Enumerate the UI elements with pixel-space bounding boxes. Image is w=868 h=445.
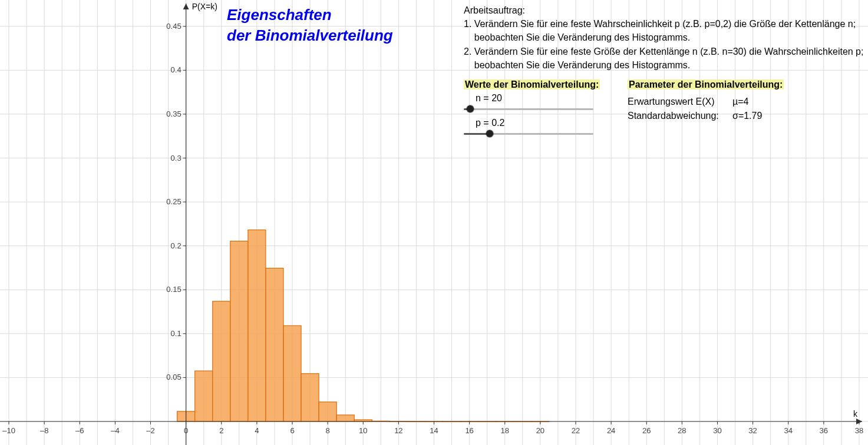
slider-n-thumb[interactable] <box>467 105 474 112</box>
title-line-2: der Binomialverteilung <box>227 26 393 44</box>
param-ev-value: µ=4 <box>732 97 748 107</box>
assignment-item-2b: beobachten Sie die Veränderung des Histo… <box>464 58 868 72</box>
slider-p-label: p = 0.2 <box>476 118 593 128</box>
x-tick-label: 0 <box>184 426 188 435</box>
x-tick-label: 10 <box>359 426 367 435</box>
slider-n[interactable]: n = 20 <box>464 93 593 113</box>
y-tick-label: 0.1 <box>171 329 181 338</box>
x-tick-label: 38 <box>855 426 863 435</box>
x-tick-label: –4 <box>111 426 119 435</box>
y-tick-label: 0.2 <box>171 241 181 250</box>
x-tick-label: 22 <box>572 426 580 435</box>
title-line-1: Eigenschaften <box>227 6 332 24</box>
x-tick-label: 30 <box>713 426 721 435</box>
param-sd-label: Standardabweichung: <box>628 111 722 121</box>
param-ev-label: Erwartungswert E(X) <box>628 97 722 107</box>
bar-k-1 <box>195 371 213 421</box>
bar-k-7 <box>301 374 319 421</box>
x-tick-label: –8 <box>40 426 48 435</box>
bar-k-8 <box>319 402 336 421</box>
assignment-header: Arbeitsauftrag: <box>464 4 868 17</box>
x-tick-label: 14 <box>430 426 438 435</box>
assignment-block: Arbeitsauftrag: 1. Verändern Sie für ein… <box>464 4 868 72</box>
x-axis-label: k <box>853 409 858 419</box>
y-tick-label: 0.35 <box>166 109 181 118</box>
y-tick-label: 0.3 <box>171 154 181 162</box>
bar-k-4 <box>248 230 266 421</box>
param-sd-value: σ=1.79 <box>732 111 762 121</box>
slider-p-thumb[interactable] <box>486 130 493 137</box>
values-section: Werte der Binomialverteilung: <box>464 78 600 91</box>
bar-k-6 <box>283 326 301 421</box>
y-tick-label: 0.25 <box>166 197 181 206</box>
x-tick-label: 20 <box>536 426 544 435</box>
params-section: Parameter der Binomialverteilung: <box>628 78 784 91</box>
x-tick-label: 2 <box>219 426 223 435</box>
x-tick-label: –2 <box>146 426 154 435</box>
x-tick-label: 34 <box>784 426 792 435</box>
x-tick-label: 16 <box>465 426 473 435</box>
y-ticks: 0.050.10.150.20.250.30.350.40.45 <box>166 22 186 382</box>
x-tick-label: 24 <box>607 426 615 435</box>
chart-title: Eigenschaften der Binomialverteilung <box>227 5 393 46</box>
slider-p-track[interactable] <box>464 129 593 138</box>
x-ticks: –10–8–6–4–202468101214161820222426283032… <box>2 421 863 435</box>
assignment-item-1b: beobachten Sie die Veränderung des Histo… <box>464 31 868 44</box>
y-tick-label: 0.4 <box>171 65 181 74</box>
x-tick-label: 32 <box>748 426 757 435</box>
y-tick-label: 0.05 <box>166 373 181 381</box>
assignment-item-1a: 1. Verändern Sie für eine feste Wahrsche… <box>464 17 868 31</box>
x-tick-label: –10 <box>2 426 15 435</box>
slider-n-track[interactable] <box>464 105 593 113</box>
x-tick-label: 12 <box>394 426 402 435</box>
params-section-label: Parameter der Binomialverteilung: <box>628 79 784 89</box>
x-tick-label: 6 <box>290 426 294 435</box>
bar-k-5 <box>266 268 283 421</box>
x-tick-label: 8 <box>326 426 330 435</box>
x-tick-label: 28 <box>678 426 686 435</box>
y-axis-label: P(X=k) <box>192 2 217 11</box>
values-section-label: Werte der Binomialverteilung: <box>464 79 600 89</box>
bar-k-9 <box>336 415 354 421</box>
x-tick-label: 36 <box>820 426 828 435</box>
x-tick-label: 26 <box>642 426 651 435</box>
x-tick-label: –6 <box>75 426 84 435</box>
x-tick-label: 4 <box>255 426 259 435</box>
bar-k-3 <box>230 241 248 421</box>
slider-n-label: n = 20 <box>476 93 593 104</box>
assignment-item-2a: 2. Verändern Sie für eine feste Größe de… <box>464 45 868 58</box>
y-tick-label: 0.15 <box>166 285 181 294</box>
params-table: Erwartungswert E(X) µ=4 Standardabweichu… <box>628 93 762 121</box>
x-tick-label: 18 <box>501 426 509 435</box>
slider-p[interactable]: p = 0.2 <box>464 118 593 138</box>
y-tick-label: 0.45 <box>166 22 181 31</box>
bar-k-2 <box>213 301 230 421</box>
